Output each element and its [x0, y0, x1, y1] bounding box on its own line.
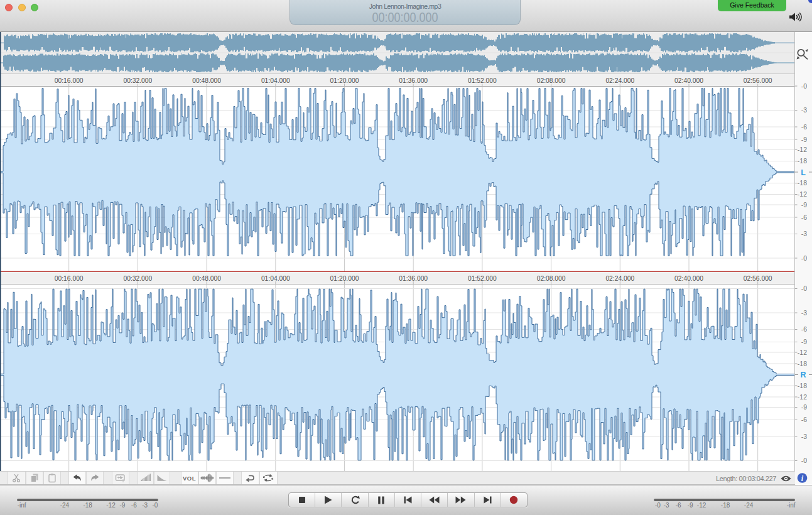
svg-text:01:52.000: 01:52.000 [468, 77, 497, 84]
svg-text:-9: -9 [801, 136, 807, 143]
svg-text:02:24.000: 02:24.000 [605, 275, 634, 282]
svg-text:00:16.000: 00:16.000 [55, 77, 84, 84]
svg-text:00:48.000: 00:48.000 [192, 77, 221, 84]
svg-text:01:04.000: 01:04.000 [261, 77, 290, 84]
svg-text:-12: -12 [798, 146, 807, 153]
svg-text:-6: -6 [801, 325, 807, 333]
svg-text:01:52.000: 01:52.000 [468, 275, 497, 282]
svg-text:01:04.000: 01:04.000 [261, 275, 290, 282]
svg-text:-18: -18 [798, 382, 807, 389]
svg-text:-12: -12 [798, 393, 807, 401]
svg-text:00:32.000: 00:32.000 [123, 77, 152, 84]
svg-text:-3: -3 [801, 106, 807, 114]
svg-text:02:56.000: 02:56.000 [744, 77, 772, 84]
svg-text:-0: -0 [801, 254, 807, 262]
svg-text:-6: -6 [801, 214, 807, 221]
svg-text:-9: -9 [801, 403, 807, 411]
svg-text:02:08.000: 02:08.000 [537, 275, 566, 282]
svg-text:00:16.000: 00:16.000 [55, 275, 84, 282]
svg-text:-9: -9 [801, 338, 807, 345]
svg-text:-0: -0 [801, 457, 807, 464]
svg-text:-6: -6 [801, 123, 807, 131]
svg-text:-6: -6 [801, 416, 807, 423]
svg-text:02:40.000: 02:40.000 [674, 275, 703, 282]
svg-text:00:32.000: 00:32.000 [123, 275, 152, 282]
svg-text:02:40.000: 02:40.000 [674, 77, 703, 84]
svg-text:-0: -0 [801, 82, 807, 90]
svg-text:R: R [800, 371, 806, 379]
svg-text:-0: -0 [801, 285, 807, 292]
svg-text:-12: -12 [798, 349, 807, 356]
svg-text:-3: -3 [801, 433, 807, 440]
svg-text:02:56.000: 02:56.000 [744, 275, 772, 282]
svg-text:-12: -12 [798, 190, 807, 198]
svg-text:02:24.000: 02:24.000 [605, 77, 634, 84]
svg-text:01:20.000: 01:20.000 [330, 275, 359, 282]
svg-text:-9: -9 [801, 201, 807, 209]
svg-text:01:36.000: 01:36.000 [399, 77, 428, 84]
svg-text:-18: -18 [798, 179, 807, 187]
svg-text:L: L [801, 168, 806, 177]
svg-text:01:36.000: 01:36.000 [399, 275, 428, 282]
svg-text:02:08.000: 02:08.000 [537, 77, 566, 84]
svg-text:-3: -3 [801, 230, 807, 237]
svg-text:-18: -18 [798, 157, 807, 165]
svg-text:-3: -3 [801, 309, 807, 317]
svg-text:00:48.000: 00:48.000 [192, 275, 221, 282]
svg-text:01:20.000: 01:20.000 [330, 77, 359, 84]
svg-text:-18: -18 [798, 360, 807, 367]
